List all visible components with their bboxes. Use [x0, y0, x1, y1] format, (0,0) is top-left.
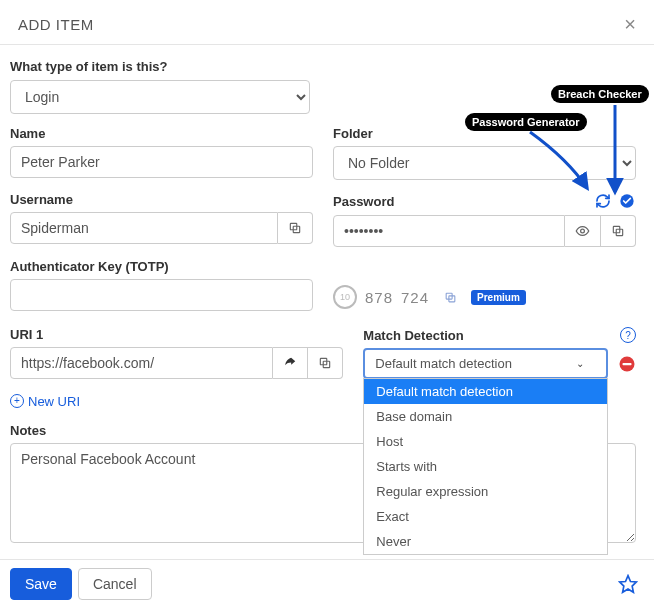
item-type-select[interactable]: Login — [10, 80, 310, 114]
share-icon — [283, 356, 297, 370]
totp-display-group: 10 878 724 Premium — [333, 259, 636, 315]
username-input[interactable] — [10, 212, 278, 244]
uri1-group: URI 1 — [10, 327, 343, 379]
name-input[interactable] — [10, 146, 313, 178]
totp-label: Authenticator Key (TOTP) — [10, 259, 313, 274]
folder-select[interactable]: No Folder — [333, 146, 636, 180]
uri1-copy-button[interactable] — [308, 347, 343, 379]
uri1-launch-button[interactable] — [273, 347, 308, 379]
totp-input[interactable] — [10, 279, 313, 311]
svg-point-3 — [581, 229, 585, 233]
cancel-button[interactable]: Cancel — [78, 568, 152, 600]
close-button[interactable]: × — [624, 14, 636, 34]
username-group: Username — [10, 192, 313, 244]
match-option-never[interactable]: Never — [364, 529, 607, 554]
copy-icon — [444, 291, 457, 304]
username-copy-button[interactable] — [278, 212, 313, 244]
match-option-base-domain[interactable]: Base domain — [364, 404, 607, 429]
copy-icon — [288, 221, 302, 235]
folder-label: Folder — [333, 126, 636, 141]
match-option-regex[interactable]: Regular expression — [364, 479, 607, 504]
name-group: Name — [10, 126, 313, 178]
copy-icon — [318, 356, 332, 370]
new-uri-label: New URI — [28, 394, 80, 409]
match-detection-selected: Default match detection — [375, 356, 512, 371]
password-visibility-toggle[interactable] — [565, 215, 601, 247]
refresh-icon — [595, 193, 611, 209]
totp-code-part2: 724 — [401, 289, 429, 306]
match-detection-dropdown: Default match detection Base domain Host… — [363, 378, 608, 555]
new-uri-button[interactable]: + New URI — [10, 394, 80, 409]
uri1-label: URI 1 — [10, 327, 343, 342]
totp-countdown: 10 — [333, 285, 357, 309]
match-option-host[interactable]: Host — [364, 429, 607, 454]
username-label: Username — [10, 192, 313, 207]
uri1-input[interactable] — [10, 347, 273, 379]
password-input[interactable] — [333, 215, 565, 247]
breach-checker-button[interactable] — [618, 192, 636, 210]
plus-circle-icon: + — [10, 394, 24, 408]
add-item-modal: ADD ITEM × What type of item is this? Lo… — [0, 0, 654, 608]
match-detection-select[interactable]: Default match detection ⌄ — [363, 348, 608, 379]
totp-group: Authenticator Key (TOTP) — [10, 259, 313, 311]
password-label: Password — [333, 194, 394, 209]
svg-marker-12 — [620, 576, 637, 593]
match-option-exact[interactable]: Exact — [364, 504, 607, 529]
check-circle-icon — [619, 193, 635, 209]
eye-icon — [575, 223, 590, 239]
match-detection-group: Match Detection ? Default match detectio… — [363, 327, 636, 379]
folder-group: Folder No Folder — [333, 126, 636, 180]
premium-badge: Premium — [471, 290, 526, 305]
item-type-label: What type of item is this? — [10, 59, 636, 74]
match-option-default[interactable]: Default match detection — [364, 379, 607, 404]
chevron-down-icon: ⌄ — [576, 358, 584, 369]
copy-icon — [611, 224, 625, 238]
save-button[interactable]: Save — [10, 568, 72, 600]
item-type-group: What type of item is this? Login — [10, 59, 636, 114]
password-group: Password — [333, 192, 636, 247]
match-detection-label: Match Detection — [363, 328, 463, 343]
match-option-starts-with[interactable]: Starts with — [364, 454, 607, 479]
minus-circle-icon — [618, 355, 636, 373]
totp-code-part1: 878 — [365, 289, 393, 306]
star-outline-icon — [618, 574, 638, 594]
uri1-remove-button[interactable] — [618, 355, 636, 373]
password-copy-button[interactable] — [601, 215, 636, 247]
match-detection-help-button[interactable]: ? — [620, 327, 636, 343]
password-generator-button[interactable] — [594, 192, 612, 210]
modal-header: ADD ITEM × — [0, 0, 654, 45]
favorite-toggle[interactable] — [618, 574, 644, 594]
modal-body: What type of item is this? Login Name Fo… — [0, 45, 654, 559]
name-label: Name — [10, 126, 313, 141]
svg-rect-11 — [623, 362, 632, 364]
totp-copy-button[interactable] — [437, 284, 463, 310]
modal-title: ADD ITEM — [18, 16, 94, 33]
modal-footer: Save Cancel — [0, 559, 654, 608]
